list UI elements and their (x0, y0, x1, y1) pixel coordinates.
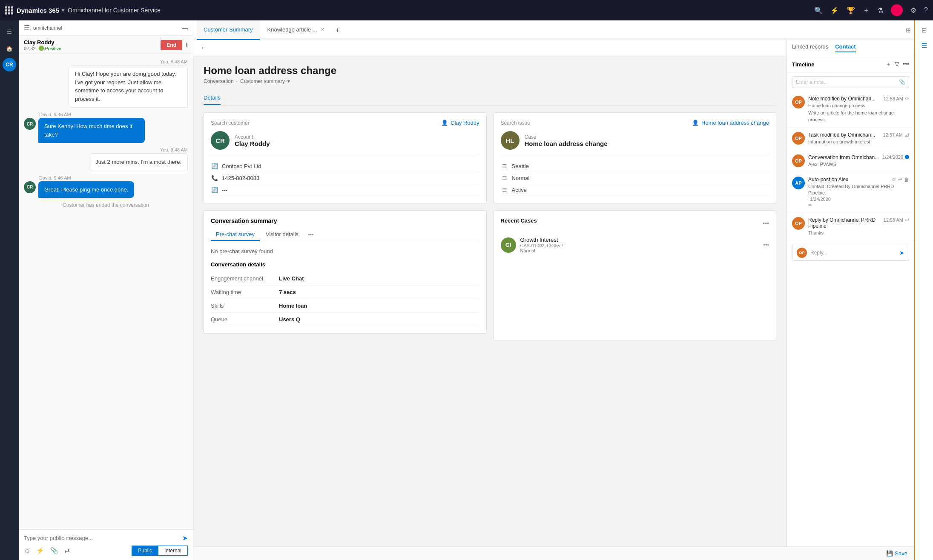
transfer-icon[interactable]: ⇄ (64, 547, 70, 554)
customer-name-link[interactable]: Clay Roddy (451, 120, 479, 126)
tl-action-1[interactable]: ✏ (905, 96, 909, 102)
message-group-2: David, 9:46 AM CR Sure Kenny! How much t… (24, 112, 188, 143)
tl-desc-2a: Information on growth interest (808, 139, 909, 145)
user-avatar[interactable] (891, 4, 903, 16)
message-group-4: David, 9:46 AM CR Great! Please ping me … (24, 175, 188, 198)
conversation-panel: ☰ omnichannel — Clay Roddy 02:32 🟢 Posit… (19, 20, 193, 560)
send-icon[interactable]: ➤ (182, 534, 188, 542)
extra-field: 🔄 --- (211, 184, 479, 196)
trophy-icon[interactable]: 🏆 (847, 6, 855, 14)
copilot-icon[interactable]: ⚡ (830, 6, 839, 14)
tl-time-2: 12:57 AM (883, 132, 903, 137)
right-panel-content: Timeline ＋ ▽ ••• Enter a note... 📎 (787, 56, 914, 546)
reply-input-box[interactable]: OP Reply... ➤ (792, 245, 909, 261)
company-icon: 🔄 (211, 163, 218, 169)
session-badge[interactable]: CR (3, 58, 16, 71)
case-label: Case (525, 134, 608, 140)
tab-details[interactable]: Details (204, 91, 221, 105)
conv-channel-header: ☰ omnichannel — (19, 20, 193, 36)
app-launcher-icon[interactable] (5, 6, 13, 14)
timeline-filter-icon[interactable]: ▽ (895, 60, 899, 68)
home-icon[interactable]: 🏠 (2, 41, 17, 56)
back-button[interactable]: ← (200, 43, 208, 52)
page-title: Home loan address change (204, 65, 776, 77)
message-bubble: Hi Clay! Hope your are doing good today.… (69, 65, 188, 108)
search-icon[interactable]: 🔍 (814, 6, 823, 14)
more-tabs-icon[interactable]: ••• (304, 229, 317, 240)
reply-send-icon[interactable]: ➤ (899, 249, 904, 256)
priority-icon: ☰ (501, 175, 508, 181)
timeline-avatar-4: AP (792, 177, 805, 189)
conv-menu-icon[interactable]: ☰ (24, 24, 30, 32)
case-icon: 👤 (692, 120, 699, 126)
tab-visitor-details[interactable]: Visitor details (261, 229, 304, 241)
filter-icon[interactable]: ⚗ (877, 6, 883, 14)
case-item: GI Growth Interest CAS-01002-T3G5V7 Norm… (501, 232, 769, 257)
timeline-content-1: Note modified by Omnichan... 12:58 AM ✏ … (808, 96, 909, 123)
brand-logo[interactable]: Dynamics 365 ▾ (17, 7, 64, 14)
tab-pre-chat[interactable]: Pre-chat survey (211, 229, 260, 241)
quick-reply-icon[interactable]: ⚡ (36, 547, 44, 554)
customer-search-value: 👤 Clay Roddy (441, 120, 479, 126)
recent-cases-more-icon[interactable]: ••• (763, 220, 769, 227)
sentiment-badge: 🟢 Positive (38, 46, 62, 51)
end-button[interactable]: End (161, 40, 182, 50)
conv-collapse-icon[interactable]: — (182, 25, 188, 31)
timeline-add-icon[interactable]: ＋ (885, 60, 891, 68)
case-name-link[interactable]: Home loan address change (701, 120, 769, 126)
customer-avatar: CR (211, 131, 230, 150)
attach-icon[interactable]: 📎 (50, 547, 58, 554)
info-icon[interactable]: ℹ (186, 42, 188, 49)
settings-icon[interactable]: ⚙ (910, 6, 916, 14)
extra-value: --- (222, 187, 227, 193)
timeline-item-3: OP Conversation from Omnichan... 1/24/20… (787, 150, 914, 172)
status-field: ☰ Active (501, 184, 769, 196)
conv-summary-tabs: Pre-chat survey Visitor details ••• (211, 229, 479, 241)
add-tab-button[interactable]: + (332, 26, 343, 34)
note-placeholder: Enter a note... (796, 79, 828, 85)
tl-action-2[interactable]: ☑ (904, 132, 909, 138)
public-mode-button[interactable]: Public (132, 546, 158, 556)
timeline-avatar-1: OP (792, 96, 805, 109)
save-button[interactable]: 💾 Save (886, 550, 907, 557)
tl-action-5[interactable]: ↩ (905, 217, 909, 223)
tab-customer-summary[interactable]: Customer Summary (197, 20, 260, 40)
expand-panel-icon[interactable]: ⊟ (919, 24, 930, 37)
tl-delete-icon[interactable]: 🗑 (904, 177, 909, 183)
case-card: Search issue 👤 Home loan address change … (494, 112, 777, 203)
phone-number: 1425-882-8083 (222, 175, 259, 181)
tl-desc-1b: Write an article for the home loan chang… (808, 110, 909, 123)
tab-close-icon[interactable]: ✕ (321, 27, 324, 32)
msg-time: David, 9:46 AM (39, 112, 188, 117)
conv-details-fields: Engagement channel Live Chat Waiting tim… (211, 272, 479, 326)
internal-mode-button[interactable]: Internal (158, 546, 188, 556)
timeline-more-icon[interactable]: ••• (903, 60, 909, 68)
breadcrumb-separator: · (236, 78, 238, 84)
case-search-value: 👤 Home loan address change (692, 120, 769, 126)
priority-value: Normal (512, 175, 530, 181)
message-input[interactable] (24, 535, 179, 541)
note-input-area[interactable]: Enter a note... 📎 (792, 76, 909, 88)
tl-time-3: 1/24/2020 (882, 154, 903, 160)
hamburger-menu[interactable]: ☰ (2, 24, 17, 39)
details-tabs: Details (204, 91, 776, 106)
bottom-cards-row: Conversation summary Pre-chat survey Vis… (204, 210, 776, 340)
tl-time-4: 1/24/2020 (810, 197, 909, 202)
conv-title-bar: Clay Roddy 02:32 🟢 Positive End ℹ (19, 36, 193, 54)
list-panel-icon[interactable]: ☰ (919, 39, 930, 52)
emoji-icon[interactable]: ☺ (24, 547, 30, 554)
add-icon[interactable]: ＋ (863, 6, 870, 15)
help-icon[interactable]: ? (924, 6, 928, 14)
tab-linked-records[interactable]: Linked records (792, 43, 828, 52)
conv-summary-title: Conversation summary (211, 217, 479, 224)
tl-emoji-icon[interactable]: ☺ (891, 177, 896, 183)
customer-card: Search customer 👤 Clay Roddy CR (204, 112, 487, 203)
brand-chevron: ▾ (62, 8, 64, 13)
tab-knowledge-article[interactable]: Knowledge article ... ✕ (261, 20, 331, 40)
tl-reply-icon[interactable]: ↩ (898, 177, 902, 183)
case-item-more-icon[interactable]: ••• (763, 242, 769, 248)
tab-contact[interactable]: Contact (835, 43, 855, 52)
reply-area: OP Reply... ➤ (787, 241, 914, 264)
collapse-panel-icon[interactable]: ⊞ (906, 27, 911, 34)
note-attach-icon[interactable]: 📎 (899, 79, 905, 85)
